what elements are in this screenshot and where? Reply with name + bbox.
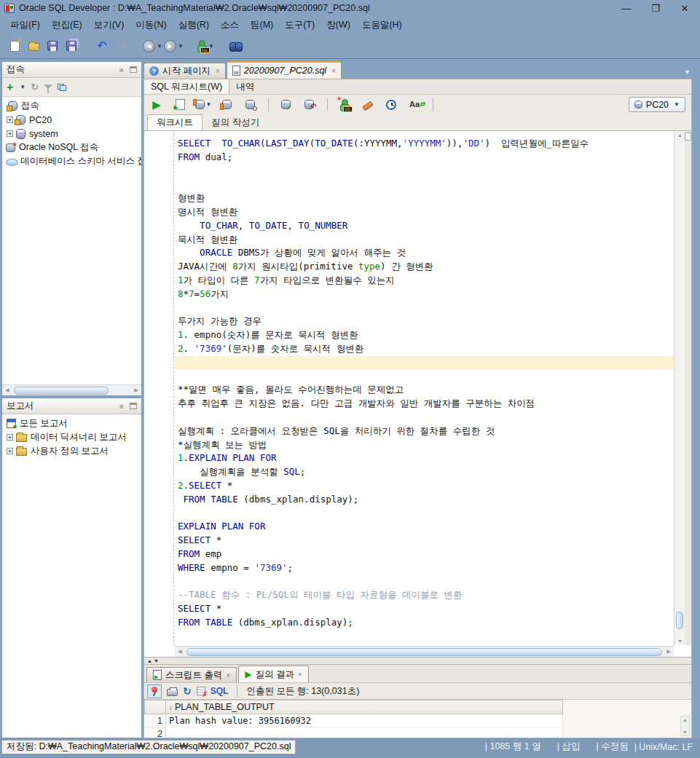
- tab-start-page[interactable]: ? 시작 페이지 ×: [143, 63, 226, 79]
- case-toggle-button[interactable]: Aa⇄: [406, 96, 423, 114]
- close-button[interactable]: ✕: [680, 3, 690, 14]
- sql-tuning-button[interactable]: [241, 96, 259, 114]
- chevron-down-icon[interactable]: ▼: [178, 43, 184, 50]
- menu-item[interactable]: 소스: [215, 17, 245, 33]
- table-row[interactable]: 2: [144, 727, 563, 738]
- refresh-icon[interactable]: ↻: [183, 686, 192, 696]
- scroll-up-icon[interactable]: ▲: [675, 133, 685, 138]
- clear-button[interactable]: [359, 96, 377, 114]
- close-icon[interactable]: ×: [216, 67, 220, 75]
- maximize-button[interactable]: ❐: [650, 3, 661, 14]
- scroll-right-icon[interactable]: ▶: [131, 387, 141, 393]
- result-grid[interactable]: ↕ PLAN_TABLE_OUTPUT 1 Plan hash value: 3…: [144, 700, 691, 738]
- tree-item[interactable]: +PC20: [2, 113, 141, 127]
- explain-plan-button[interactable]: [218, 96, 235, 114]
- filter-icon[interactable]: [44, 84, 52, 90]
- tree-item[interactable]: +system: [2, 127, 141, 141]
- tree-item[interactable]: Oracle NoSQL 접속: [2, 141, 141, 154]
- menu-item[interactable]: 실행(R): [173, 17, 215, 33]
- save-button[interactable]: [44, 37, 61, 55]
- vertical-scrollbar[interactable]: ▲ ▼: [674, 131, 685, 645]
- close-icon[interactable]: ×: [226, 671, 230, 679]
- column-header[interactable]: ↕ PLAN_TABLE_OUTPUT: [166, 700, 563, 714]
- scroll-up-icon[interactable]: ▲: [681, 717, 689, 722]
- minimize-button[interactable]: —: [621, 3, 632, 14]
- open-file-button[interactable]: [25, 37, 42, 55]
- chevron-down-icon[interactable]: ▼: [20, 84, 25, 90]
- collapse-connections-icon[interactable]: [58, 84, 66, 91]
- back-button[interactable]: ◀▼: [143, 37, 162, 55]
- delete-result-icon[interactable]: [197, 687, 205, 695]
- scroll-left-icon[interactable]: ◀: [175, 649, 185, 655]
- add-connection-button[interactable]: +: [7, 82, 13, 93]
- scrollbar-thumb[interactable]: [14, 387, 109, 395]
- scroll-right-icon[interactable]: ▶: [664, 649, 674, 655]
- scroll-left-icon[interactable]: ◀: [2, 387, 12, 393]
- expand-icon[interactable]: +: [7, 130, 13, 137]
- tab-history[interactable]: 내역: [229, 79, 261, 94]
- close-icon[interactable]: ×: [298, 671, 302, 679]
- new-file-button[interactable]: [6, 37, 23, 55]
- expand-icon[interactable]: +: [7, 448, 13, 454]
- tree-item[interactable]: 모든 보고서: [2, 416, 141, 430]
- tab-query-builder[interactable]: 질의 작성기: [202, 114, 268, 130]
- close-icon[interactable]: ×: [331, 67, 336, 75]
- connection-select[interactable]: PC20 ▼: [629, 97, 685, 112]
- monitor-sql-button[interactable]: ★SQL: [336, 96, 353, 114]
- pin-button[interactable]: [147, 684, 162, 698]
- print-icon[interactable]: [167, 689, 178, 696]
- tab-worksheet[interactable]: 워크시트: [147, 114, 202, 130]
- sql-link[interactable]: SQL: [211, 686, 229, 696]
- rollback-button[interactable]: ↶: [300, 96, 318, 114]
- menu-item[interactable]: 이동(N): [130, 17, 172, 33]
- chevron-down-icon[interactable]: ▼: [206, 101, 212, 108]
- horizontal-scrollbar[interactable]: ◀ ▶: [175, 646, 674, 657]
- tab-list-dropdown-icon[interactable]: ▼: [684, 68, 691, 76]
- cell-value[interactable]: [166, 727, 563, 738]
- tab-script-output[interactable]: 스크립트 출력 ×: [146, 667, 237, 682]
- tree-item[interactable]: 데이터베이스 스키마 서비스 접속: [2, 154, 141, 168]
- chevron-down-icon[interactable]: ▼: [157, 43, 162, 50]
- resize-grip[interactable]: [691, 749, 699, 757]
- scrollbar-thumb[interactable]: [186, 648, 662, 656]
- menu-item[interactable]: 편집(E): [46, 17, 88, 33]
- close-icon[interactable]: ×: [119, 66, 124, 74]
- redo-button[interactable]: ↷: [112, 37, 130, 55]
- tree-item[interactable]: +사용자 정의 보고서: [2, 444, 141, 458]
- scrollbar-thumb[interactable]: [676, 612, 683, 629]
- menu-item[interactable]: 도움말(H): [356, 17, 408, 33]
- horizontal-scrollbar[interactable]: ◀ ▶: [2, 384, 141, 395]
- cell-value[interactable]: Plan hash value: 3956160932: [166, 714, 563, 727]
- sql-editor[interactable]: SELECT TO_CHAR(LAST_DAY(TO_DATE(:YYYYMM,…: [143, 130, 692, 658]
- tab-sql-file[interactable]: 20200907_PC20.sql ×: [227, 61, 342, 79]
- tab-sql-worksheet[interactable]: SQL 워크시트(W): [144, 79, 229, 94]
- refresh-icon[interactable]: ↻: [31, 82, 39, 92]
- split-editor-handle[interactable]: [685, 133, 691, 141]
- minimize-icon[interactable]: [130, 403, 137, 409]
- commit-button[interactable]: ✓: [277, 96, 294, 114]
- autotrace-button[interactable]: ▼: [194, 96, 212, 114]
- forward-button[interactable]: ▶▼: [164, 37, 184, 55]
- collapse-up-icon[interactable]: ▲: [147, 658, 152, 663]
- collapse-down-icon[interactable]: ▼: [154, 658, 159, 663]
- grid-scrollbar[interactable]: ▲ ▼: [680, 716, 690, 736]
- menu-item[interactable]: 창(W): [320, 17, 356, 33]
- run-statement-button[interactable]: ▶: [148, 96, 165, 114]
- scroll-down-icon[interactable]: ▼: [681, 730, 689, 735]
- close-icon[interactable]: ×: [119, 402, 124, 411]
- sort-icon[interactable]: ↕: [169, 703, 173, 711]
- tree-item[interactable]: 접속: [2, 99, 141, 113]
- tab-query-result[interactable]: ▶ 질의 결과 ×: [238, 666, 309, 682]
- code-area[interactable]: SELECT TO_CHAR(LAST_DAY(TO_DATE(:YYYYMM,…: [175, 131, 674, 645]
- panel-splitter[interactable]: ▲ ▼: [143, 658, 692, 664]
- table-row[interactable]: 1 Plan hash value: 3956160932: [144, 714, 563, 727]
- history-button[interactable]: [382, 96, 400, 114]
- run-script-button[interactable]: [171, 96, 189, 114]
- menu-item[interactable]: 팀(M): [245, 17, 279, 33]
- expand-icon[interactable]: +: [7, 434, 13, 441]
- tree-item[interactable]: +데이터 딕셔너리 보고서: [2, 430, 141, 444]
- menu-item[interactable]: 보기(V): [88, 17, 130, 33]
- scroll-down-icon[interactable]: ▼: [675, 639, 685, 644]
- minimize-icon[interactable]: [130, 66, 137, 73]
- save-all-button[interactable]: [63, 37, 80, 55]
